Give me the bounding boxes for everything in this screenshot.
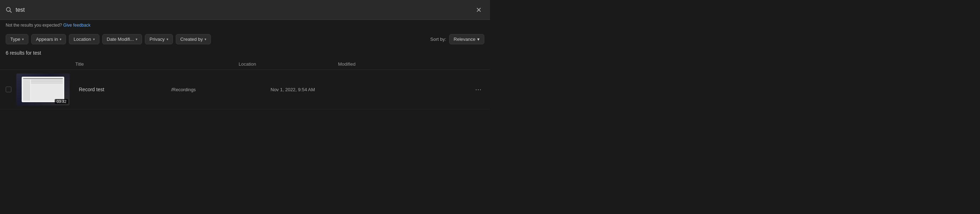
created-by-label: Created by: [180, 36, 203, 42]
created-by-filter[interactable]: Created by ▾: [176, 34, 211, 44]
type-filter-label: Type: [10, 36, 20, 42]
date-modified-filter[interactable]: Date Modifi... ▾: [102, 34, 142, 44]
close-button[interactable]: ✕: [473, 4, 484, 16]
sort-label: Sort by:: [430, 36, 446, 42]
thumb-content-line1: [31, 80, 63, 81]
col-title-header: Title: [75, 62, 239, 67]
results-list: 03:32 Record test /Recordings Nov 1, 202…: [0, 70, 490, 109]
privacy-label: Privacy: [150, 36, 165, 42]
location-filter[interactable]: Location ▾: [69, 34, 99, 44]
search-input[interactable]: [16, 7, 473, 13]
search-bar: ✕: [0, 0, 490, 20]
row-title: Record test: [79, 87, 171, 92]
sort-chevron-icon: ▾: [477, 36, 480, 42]
created-by-chevron-icon: ▾: [205, 37, 206, 41]
more-options-button[interactable]: ⋯: [472, 84, 484, 95]
privacy-chevron-icon: ▾: [167, 37, 168, 41]
checkbox-col: [6, 87, 16, 92]
col-modified-header: Modified: [338, 62, 484, 67]
feedback-text: Not the results you expected?: [6, 23, 62, 28]
table-row: 03:32 Record test /Recordings Nov 1, 202…: [0, 70, 490, 109]
results-count: 6 results for test: [0, 48, 490, 59]
svg-line-1: [10, 11, 12, 13]
appears-in-chevron-icon: ▾: [60, 37, 61, 41]
privacy-filter[interactable]: Privacy ▾: [145, 34, 173, 44]
feedback-link[interactable]: Give feedback: [63, 23, 91, 28]
thumbnail: 03:32: [16, 73, 70, 105]
thumb-screen: [22, 77, 64, 102]
filters-bar: Type ▾ Appears in ▾ Location ▾ Date Modi…: [0, 30, 490, 48]
sort-button[interactable]: Relevance ▾: [449, 34, 484, 44]
duration-badge: 03:32: [55, 99, 68, 104]
appears-in-filter[interactable]: Appears in ▾: [31, 34, 66, 44]
type-filter[interactable]: Type ▾: [6, 34, 29, 44]
row-modified: Nov 1, 2022, 9:54 AM: [270, 87, 472, 92]
results-summary: 6 results for test: [6, 50, 41, 56]
date-modified-chevron-icon: ▾: [136, 37, 137, 41]
thumb-sidebar-left: [23, 80, 30, 101]
location-chevron-icon: ▾: [93, 37, 95, 41]
thumb-line-top: [23, 78, 63, 79]
feedback-bar: Not the results you expected? Give feedb…: [0, 20, 490, 30]
thumb-content-line2: [31, 81, 63, 82]
row-checkbox[interactable]: [6, 87, 11, 92]
sort-value: Relevance: [454, 36, 476, 42]
sort-area: Sort by: Relevance ▾: [430, 34, 484, 44]
search-icon: [6, 7, 12, 13]
type-chevron-icon: ▾: [22, 37, 24, 41]
appears-in-label: Appears in: [36, 36, 58, 42]
thumb-content-line3: [31, 83, 63, 83]
thumb-sidebar: [23, 80, 63, 101]
location-filter-label: Location: [73, 36, 91, 42]
thumbnail-col: 03:32: [16, 73, 73, 105]
row-location: /Recordings: [171, 87, 270, 92]
date-modified-label: Date Modifi...: [107, 36, 134, 42]
col-location-header: Location: [239, 62, 338, 67]
table-header: Title Location Modified: [0, 59, 490, 70]
thumb-content: [31, 80, 63, 101]
